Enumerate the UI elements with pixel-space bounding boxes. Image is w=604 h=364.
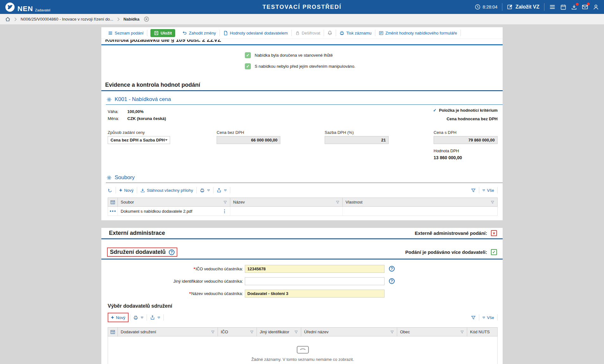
submissions-list-button[interactable]: Seznam podání — [105, 30, 147, 36]
divider — [502, 3, 502, 11]
bell-icon[interactable] — [324, 30, 336, 36]
chevron-down-icon — [141, 317, 143, 319]
section-rule — [101, 90, 503, 91]
price-method-select[interactable]: Cena bez DPH a Sazba DPH — [108, 136, 170, 144]
price-without-vat-flag: Cena hodnocena bez DPH — [447, 116, 498, 121]
vat-rate-input[interactable] — [325, 136, 389, 144]
filter-icon[interactable] — [211, 330, 215, 334]
download-all-attachments-button[interactable]: Stáhnout všechny přílohy — [137, 187, 197, 193]
external-admin-checkbox[interactable]: × — [491, 230, 497, 236]
filter-icon[interactable] — [294, 330, 298, 334]
help-icon[interactable]: ? — [169, 249, 175, 255]
top-header-bar: NEN Zadavatel TESTOVACÍ PROSTŘEDÍ 8:28:0… — [0, 0, 604, 14]
column-header-obec[interactable]: Obec — [397, 328, 467, 336]
criterion-flag: ✓ Položka je hodnotící kritérium — [433, 108, 498, 113]
print-record-button[interactable]: Tisk záznamu — [336, 30, 375, 36]
column-header-vlastnost[interactable]: Vlastnost — [343, 198, 497, 206]
close-tab-icon[interactable] — [144, 16, 149, 22]
menu-icon[interactable] — [549, 4, 556, 10]
filter-icon[interactable] — [471, 314, 479, 321]
vat-amount-value: 13 860 000,00 — [434, 155, 462, 160]
file-cell[interactable]: Dokument s nabídkou dodavatele 2.pdf ⋮ — [118, 207, 230, 216]
price-with-vat-input[interactable] — [434, 136, 498, 144]
leader-name-input[interactable] — [245, 290, 385, 298]
column-header-ico[interactable]: IČO — [218, 328, 257, 336]
table-row[interactable]: Dokument s nabídkou dodavatele 2.pdf ⋮ — [108, 207, 498, 216]
filter-icon[interactable] — [223, 200, 227, 204]
external-admin-header: Externí administrace Externě administrov… — [101, 230, 503, 236]
save-button[interactable]: Uložit — [150, 29, 175, 37]
leader-name-label: Název vedoucího účastníka: — [191, 291, 243, 296]
external-admin-title: Externí administrace — [109, 230, 165, 236]
discard-changes-button[interactable]: Zahodit změny — [178, 30, 219, 36]
vat-rate-label: Sazba DPH (%) — [325, 130, 389, 135]
chevron-right-icon — [117, 17, 120, 21]
price-without-vat-input[interactable] — [217, 136, 280, 144]
column-header-nazev[interactable]: Název — [230, 198, 343, 206]
check-icon: ✓ — [245, 52, 251, 58]
external-admin-flag: Externě administrované podání: × — [415, 230, 497, 236]
consortium-header: Sdružení dodavatelů ? Podání je podáváno… — [101, 248, 503, 257]
k001-price-form: Způsob zadání ceny Cena bez DPH a Sazba … — [101, 130, 503, 163]
vat-amount-label: Hodnota DPH — [434, 148, 462, 153]
view-all-dropdown[interactable]: Vše — [479, 187, 498, 193]
files-table: Soubor Název Vlastnost Dokument s nabídk — [108, 198, 498, 216]
files-toolbar: + Nový Stáhnout všechny přílohy — [108, 186, 498, 194]
status-check-row: ✓ S nabídkou nebylo před jejím otevřením… — [245, 63, 503, 70]
ico-input[interactable] — [245, 265, 385, 273]
supplier-selection-table: Dodavatel sdružení IČO Jiný identifikáto… — [108, 327, 498, 364]
file-name[interactable]: Dokument s nabídkou dodavatele 2.pdf — [121, 209, 192, 214]
breadcrumb-case[interactable]: N006/25/V00004860 - Inovace v rozvoji ří… — [21, 17, 113, 22]
calendar-icon[interactable] — [560, 4, 566, 10]
files-table-header: Soubor Název Vlastnost — [108, 198, 498, 207]
section-evidence-title: Evidence a kontrola hodnot podání — [101, 82, 503, 88]
nen-logo[interactable]: NEN Zadavatel — [5, 2, 50, 12]
other-id-input[interactable] — [245, 277, 385, 285]
empty-table-text: Žádné záznamy. V tomto seznamu nemáme co… — [251, 357, 354, 362]
create-vz-button[interactable]: Založit VZ — [507, 4, 539, 10]
filter-icon[interactable] — [491, 200, 494, 204]
new-supplier-button[interactable]: + Nový — [111, 314, 125, 321]
view-all-dropdown[interactable]: Vše — [479, 314, 498, 321]
filter-icon[interactable] — [336, 200, 340, 204]
filter-icon[interactable] — [250, 330, 254, 334]
print-list-button[interactable] — [130, 314, 147, 321]
k001-info: Váha: 100,00% Měna: CZK (koruna česká) ✓… — [108, 108, 503, 122]
refresh-icon[interactable] — [108, 187, 116, 193]
filter-icon[interactable] — [471, 187, 479, 193]
downloads-icon[interactable] — [571, 4, 577, 10]
currency-row: Měna: CZK (koruna česká) — [108, 115, 503, 122]
consortium-title-highlight: Sdružení dodavatelů ? — [107, 248, 177, 257]
help-icon[interactable]: ? — [389, 278, 395, 284]
files-title: Soubory — [115, 174, 135, 181]
table-settings-icon[interactable] — [108, 198, 118, 206]
supplier-selection-toolbar: + Nový — [108, 313, 498, 322]
table-settings-icon[interactable] — [108, 328, 118, 336]
main-panel: Seznam podání Uložit Zahodit změny Hodno… — [101, 27, 503, 220]
supplier-values-button[interactable]: Hodnoty odeslané dodavatelem — [220, 30, 292, 36]
other-id-label: Jiný identifikátor vedoucího účastníka: — [101, 279, 243, 284]
form-row-name: *Název vedoucího účastníka: — [101, 289, 503, 298]
column-header-dodavatel[interactable]: Dodavatel sdružení — [118, 328, 218, 336]
clock-icon — [475, 4, 480, 10]
filter-icon[interactable] — [460, 330, 464, 334]
row-handle-icon[interactable] — [108, 207, 118, 216]
column-header-jiny-identifikator[interactable]: Jiný identifikátor — [257, 328, 301, 336]
print-list-button[interactable] — [197, 187, 213, 193]
change-form-values-button[interactable]: Změnit hodnoty nabídkového formuláře — [375, 30, 461, 36]
column-header-kod-nuts[interactable]: Kód NUTS — [467, 328, 497, 336]
export-button[interactable] — [147, 314, 164, 321]
row-menu-icon[interactable]: ⋮ — [222, 209, 227, 214]
column-header-soubor[interactable]: Soubor — [118, 198, 230, 206]
user-icon[interactable] — [593, 4, 599, 10]
export-button[interactable] — [213, 187, 230, 193]
divider — [544, 3, 544, 11]
new-file-button[interactable]: + Nový — [116, 187, 137, 193]
filter-icon[interactable] — [390, 330, 394, 334]
consortium-checkbox[interactable]: ✓ — [491, 249, 497, 255]
help-icon[interactable]: ? — [389, 266, 395, 272]
home-icon[interactable] — [5, 16, 10, 22]
mail-icon[interactable] — [582, 4, 588, 10]
decrypt-button[interactable]: Dešifrovat — [292, 30, 324, 36]
column-header-uredni-nazev[interactable]: Úřední název — [301, 328, 397, 336]
